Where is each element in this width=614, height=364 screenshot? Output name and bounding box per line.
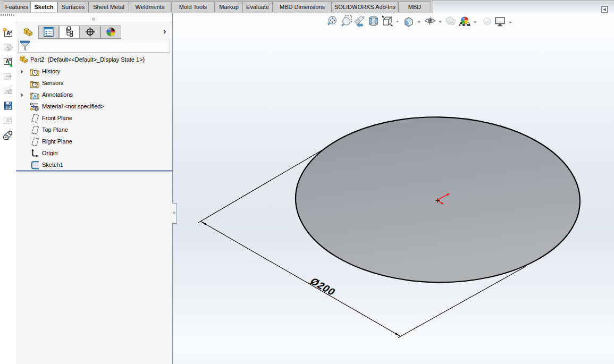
svg-text:A: A [5,89,9,94]
svg-text:A: A [6,30,10,36]
svg-text:Ø200: Ø200 [308,276,338,297]
svg-text:A: A [33,94,37,99]
svg-text:A: A [6,117,10,123]
